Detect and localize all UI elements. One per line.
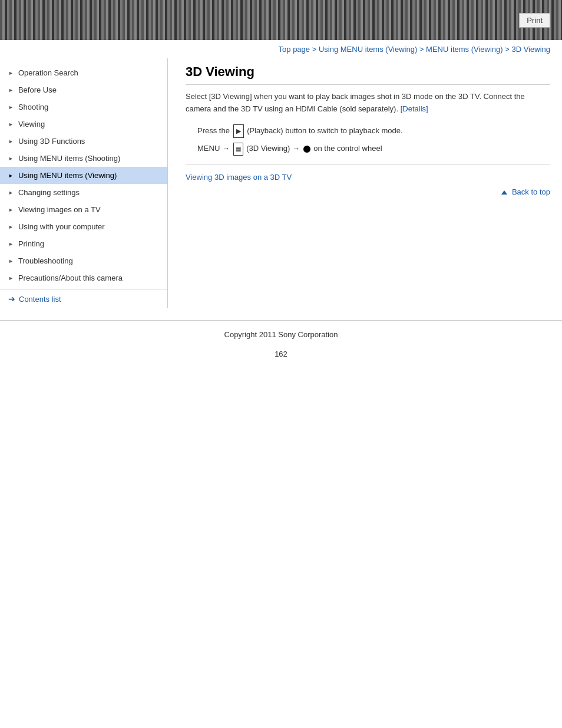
sidebar-label-viewing-images-tv: Viewing images on a TV [18,205,101,214]
copyright-text: Copyright 2011 Sony Corporation [224,330,338,339]
back-to-top-link[interactable]: Back to top [501,187,550,196]
sidebar-item-using-menu-shooting[interactable]: ► Using MENU items (Shooting) [0,150,167,167]
sidebar-arrow-before-use: ► [8,87,14,93]
sidebar-item-viewing[interactable]: ► Viewing [0,116,167,133]
sidebar-item-using-3d-functions[interactable]: ► Using 3D Functions [0,133,167,150]
breadcrumb-top-page[interactable]: Top page [279,45,310,54]
step2-menu: MENU [197,144,220,153]
sidebar-item-changing-settings[interactable]: ► Changing settings [0,184,167,201]
step-2: MENU → ▦ (3D Viewing) → on the control w… [197,141,550,156]
page-title: 3D Viewing [186,64,550,85]
content-area: 3D Viewing Select [3D Viewing] when you … [168,58,562,308]
description-text: Select [3D Viewing] when you want to pla… [186,92,525,113]
sidebar-item-before-use[interactable]: ► Before Use [0,81,167,98]
sidebar-label-before-use: Before Use [18,85,57,94]
sidebar-arrow-using-3d-functions: ► [8,139,14,144]
menu-3d-viewing-icon: ▦ [233,143,243,156]
sidebar-label-using-3d-functions: Using 3D Functions [18,137,85,146]
back-to-top-icon [501,190,507,195]
sidebar-item-precautions[interactable]: ► Precautions/About this camera [0,269,167,286]
header-bar: Print [0,0,562,40]
page-number: 162 [0,344,562,364]
breadcrumb: Top page > Using MENU items (Viewing) > … [0,40,562,58]
sidebar-arrow-viewing-images-tv: ► [8,207,14,213]
playback-button-icon: ▶ [233,124,244,139]
breadcrumb-3d-viewing[interactable]: 3D Viewing [511,45,550,54]
sidebar-item-shooting[interactable]: ► Shooting [0,98,167,116]
sidebar-item-using-computer[interactable]: ► Using with your computer [0,218,167,235]
sidebar-item-viewing-images-tv[interactable]: ► Viewing images on a TV [0,201,167,218]
contents-list-label: Contents list [19,295,61,304]
sidebar-label-precautions: Precautions/About this camera [18,274,123,282]
sidebar-label-using-menu-viewing: Using MENU items (Viewing) [18,171,117,180]
step2-viewing: (3D Viewing) [246,144,290,153]
sidebar-arrow-using-menu-shooting: ► [8,156,14,162]
sidebar-label-printing: Printing [18,239,44,248]
step-1: Press the ▶ (Playback) button to switch … [197,124,550,139]
sidebar-arrow-operation-search: ► [8,70,14,76]
step2-suffix: on the control wheel [313,144,382,153]
contents-list-arrow-icon: ➔ [8,294,15,304]
sidebar-item-using-menu-viewing[interactable]: ► Using MENU items (Viewing) [0,167,167,184]
sidebar-label-changing-settings: Changing settings [18,188,80,197]
viewing-3d-images-link[interactable]: Viewing 3D images on a 3D TV [186,173,292,182]
contents-list-link[interactable]: ➔ Contents list [0,289,167,308]
step2-arrow1: → [222,144,232,153]
sidebar-item-operation-search[interactable]: ► Operation Search [0,64,167,81]
sidebar-item-troubleshooting[interactable]: ► Troubleshooting [0,252,167,269]
sidebar-arrow-viewing: ► [8,121,14,127]
print-button[interactable]: Print [519,13,550,28]
sidebar-arrow-precautions: ► [8,275,14,281]
breadcrumb-using-menu-viewing[interactable]: Using MENU items (Viewing) [319,45,417,54]
back-to-top: Back to top [186,187,550,196]
sidebar-arrow-troubleshooting: ► [8,258,14,264]
step1-prefix: Press the [197,126,230,135]
sidebar-label-troubleshooting: Troubleshooting [18,256,73,265]
breadcrumb-separator-2: > [419,45,426,54]
sidebar: ► Operation Search ► Before Use ► Shooti… [0,58,168,308]
sidebar-arrow-changing-settings: ► [8,190,14,196]
main-layout: ► Operation Search ► Before Use ► Shooti… [0,58,562,308]
sidebar-arrow-using-computer: ► [8,224,14,230]
step2-arrow2: → [292,144,302,153]
sidebar-label-using-menu-shooting: Using MENU items (Shooting) [18,154,120,163]
breadcrumb-separator-3: > [505,45,511,54]
sidebar-label-shooting: Shooting [18,103,48,111]
content-description: Select [3D Viewing] when you want to pla… [186,91,550,116]
details-link[interactable]: [Details] [401,104,428,113]
back-to-top-label: Back to top [512,187,550,196]
sidebar-arrow-shooting: ► [8,104,14,110]
sidebar-label-using-computer: Using with your computer [18,222,105,231]
sidebar-label-viewing: Viewing [18,120,45,129]
control-wheel-dot [303,146,310,153]
sidebar-item-printing[interactable]: ► Printing [0,235,167,252]
sidebar-label-operation-search: Operation Search [18,68,78,77]
content-divider [186,164,550,164]
sidebar-arrow-printing: ► [8,241,14,247]
breadcrumb-menu-items-viewing[interactable]: MENU items (Viewing) [426,45,503,54]
sidebar-arrow-using-menu-viewing: ► [8,173,14,179]
footer: Copyright 2011 Sony Corporation [0,320,562,344]
step1-suffix: (Playback) button to switch to playback … [247,126,402,135]
content-steps: Press the ▶ (Playback) button to switch … [197,124,550,156]
breadcrumb-separator-1: > [312,45,319,54]
